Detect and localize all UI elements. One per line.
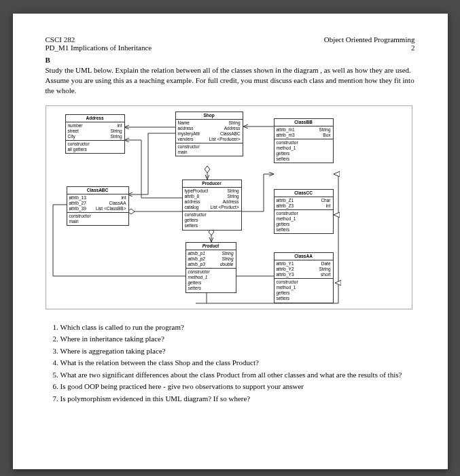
uml-title: ClassBB [275,119,333,126]
uml-title: Address [66,115,124,122]
question-5: What are two significant differences abo… [60,369,415,381]
uml-class-producer: Producer typeProductString attrib_8Strin… [182,180,242,231]
course-title: Object Oriented Programming [324,35,415,44]
question-2: Where in inheritance taking place? [60,333,415,345]
uml-class-classcc: ClassCC attrib_Z1Char attrib_Z3int const… [274,189,334,235]
uml-class-shop: Shop NameString addressAddress mysteryAt… [175,112,243,157]
page-number: 2 [411,44,415,52]
questions-block: Which class is called to run the program… [46,322,415,405]
uml-class-address: Address numberint streetString CityStrin… [65,114,125,154]
question-1: Which class is called to run the program… [60,322,415,333]
uml-title: ClassCC [275,190,333,197]
uml-title: Shop [176,112,243,120]
question-3: Where is aggregation taking place? [60,345,415,357]
assignment-title: PD_M1 Implications of Inheritance [46,44,152,52]
uml-class-product: Product attrib_p1String attrib_p2String … [185,242,236,293]
document-page: CSCI 282 Object Oriented Programming PD_… [13,14,448,469]
uml-title: ClassAA [275,253,333,260]
uml-title: ClassABC [67,187,128,194]
header-line-1: CSCI 282 Object Oriented Programming [46,35,415,44]
question-6: Is good OOP being practiced here - give … [60,381,415,392]
uml-title: Producer [183,180,241,188]
section-label: B [46,56,415,64]
instructions-text: Study the UML below. Explain the relatio… [46,65,415,96]
uml-title: Product [186,243,236,250]
header-line-2: PD_M1 Implications of Inheritance 2 [46,44,415,52]
uml-diagram: Address numberint streetString CityStrin… [46,105,412,309]
uml-class-classbb: ClassBB attrib_m1String attrib_m3Box con… [274,118,334,164]
course-code: CSCI 282 [46,35,75,44]
uml-class-classabc: ClassABC attrib_13int attrib_27ClassAA a… [67,186,129,226]
question-7: Is polymorphism evidenced in this UML di… [60,393,415,405]
question-4: What is the relation between the class S… [60,357,415,369]
uml-class-classaa: ClassAA attrib_Y1Date attrib_Y2String at… [274,252,334,303]
